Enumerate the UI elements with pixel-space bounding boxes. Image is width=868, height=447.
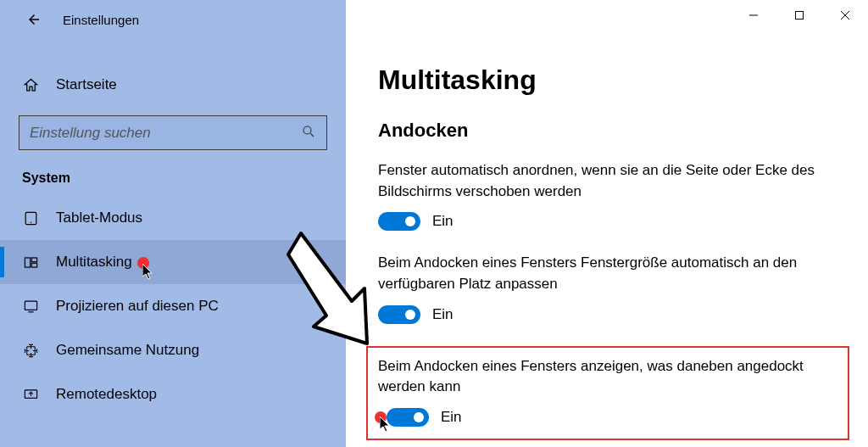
- window-title: Einstellungen: [63, 13, 139, 27]
- toggle-state-label: Ein: [432, 306, 453, 323]
- content-panel: Multitasking Andocken Fenster automatisc…: [346, 0, 868, 447]
- close-button[interactable]: [822, 0, 868, 31]
- sidebar-item-label: Multitasking: [56, 254, 132, 271]
- project-icon: [22, 299, 39, 315]
- sidebar-item-gemeinsame-nutzung[interactable]: Gemeinsame Nutzung: [0, 328, 346, 372]
- minimize-button[interactable]: [731, 0, 776, 31]
- sidebar-section-header: System: [0, 150, 346, 196]
- arrow-left-icon: [26, 12, 42, 27]
- section-title: Andocken: [378, 120, 849, 142]
- annotation-dot: [375, 411, 387, 423]
- setting-description: Fenster automatisch anordnen, wenn sie a…: [378, 160, 849, 202]
- maximize-icon: [794, 10, 804, 20]
- sidebar: Einstellungen Startseite System Table: [0, 0, 346, 447]
- annotation-dot: [137, 257, 149, 269]
- toggle-switch[interactable]: [378, 212, 420, 231]
- svg-line-1: [310, 133, 314, 137]
- minimize-icon: [748, 10, 759, 20]
- svg-point-0: [303, 126, 311, 134]
- maximize-button[interactable]: [776, 0, 822, 31]
- toggle-switch[interactable]: [378, 305, 420, 324]
- sidebar-home[interactable]: Startseite: [0, 64, 346, 105]
- multitasking-icon: [22, 254, 39, 271]
- page-title: Multitasking: [378, 64, 849, 96]
- setting-description: Beim Andocken eines Fensters Fenstergröß…: [378, 253, 849, 294]
- sidebar-item-multitasking[interactable]: Multitasking: [0, 240, 346, 284]
- close-icon: [840, 10, 850, 20]
- sidebar-item-projizieren[interactable]: Projizieren auf diesen PC: [0, 284, 346, 328]
- home-icon: [22, 77, 39, 93]
- setting-snap-auto-arrange: Fenster automatisch anordnen, wenn sie a…: [378, 160, 849, 231]
- svg-rect-11: [796, 12, 804, 20]
- annotation-highlight-box: Beim Andocken eines Fensters anzeigen, w…: [366, 346, 849, 440]
- sidebar-item-label: Projizieren auf diesen PC: [56, 298, 219, 315]
- svg-rect-4: [25, 257, 30, 266]
- toggle-state-label: Ein: [441, 409, 462, 426]
- svg-rect-7: [25, 301, 36, 310]
- tablet-icon: [22, 210, 39, 226]
- search-icon: [301, 124, 316, 142]
- sidebar-item-label: Gemeinsame Nutzung: [56, 342, 199, 359]
- sidebar-home-label: Startseite: [56, 76, 117, 93]
- sidebar-item-remotedesktop[interactable]: Remotedesktop: [0, 372, 346, 416]
- setting-snap-assist: Beim Andocken eines Fensters anzeigen, w…: [378, 356, 837, 427]
- setting-snap-resize: Beim Andocken eines Fensters Fenstergröß…: [378, 253, 849, 323]
- sidebar-item-label: Tablet-Modus: [56, 210, 142, 226]
- svg-point-3: [30, 221, 31, 223]
- remote-desktop-icon: [22, 387, 39, 403]
- toggle-switch[interactable]: [387, 408, 429, 427]
- toggle-state-label: Ein: [432, 213, 453, 230]
- sidebar-nav: Tablet-Modus Multitasking Projizieren au…: [0, 196, 346, 416]
- svg-rect-5: [31, 257, 36, 261]
- share-icon: [22, 343, 39, 359]
- window-controls: [731, 0, 868, 31]
- svg-rect-6: [31, 263, 36, 267]
- search-box[interactable]: [19, 115, 327, 150]
- setting-description: Beim Andocken eines Fensters anzeigen, w…: [378, 356, 837, 398]
- back-button[interactable]: [17, 3, 51, 36]
- sidebar-item-label: Remotedesktop: [56, 386, 157, 403]
- search-input[interactable]: [30, 125, 301, 142]
- titlebar: Einstellungen: [0, 0, 346, 39]
- sidebar-item-tablet-modus[interactable]: Tablet-Modus: [0, 196, 346, 240]
